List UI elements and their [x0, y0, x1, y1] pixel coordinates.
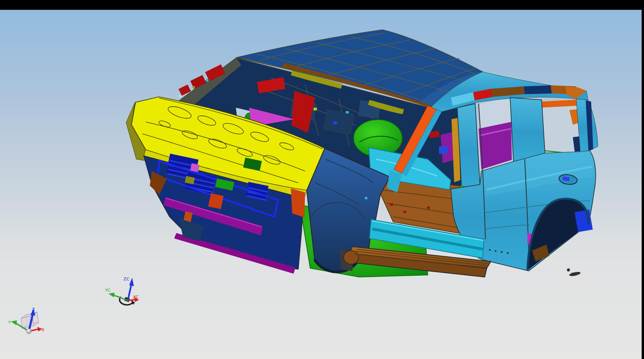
abs-z-label: Z: [32, 307, 35, 312]
top-black-bar: [0, 0, 644, 10]
abs-y-arrowhead: [11, 320, 17, 325]
orange-side-strip: [291, 188, 305, 217]
abs-x-label: X: [41, 327, 44, 332]
wcs-z-axis[interactable]: [128, 284, 132, 300]
loose-parts[interactable]: [567, 269, 581, 277]
cyan-clip: [346, 111, 349, 113]
abs-triad: Z Y X: [8, 307, 44, 334]
wcs-z-arrowhead: [129, 278, 134, 286]
graphics-viewport[interactable]: ZC YC XC Z: [0, 10, 642, 359]
cad-application-window: ZC YC XC Z: [0, 0, 644, 359]
wcs-y-arrowhead: [108, 293, 115, 297]
small-part-sliver[interactable]: [569, 271, 581, 277]
debris-red-speck: [571, 273, 572, 274]
right-black-bar[interactable]: [642, 0, 644, 359]
blue-clip: [333, 121, 337, 124]
small-part-dot[interactable]: [567, 269, 570, 272]
pillar-olive-clip: [193, 86, 195, 88]
floor-red-clip: [403, 211, 406, 213]
wcs-y-label: YC: [105, 288, 110, 293]
orange-bracket: [208, 193, 223, 209]
wcs-triad[interactable]: ZC YC XC: [105, 276, 139, 305]
wcs-z-label: ZC: [123, 276, 129, 281]
yellow-clip: [314, 108, 317, 110]
abs-y-label: Y: [8, 320, 11, 325]
floor-red-clip: [390, 203, 393, 206]
wcs-x-label: XC: [133, 294, 139, 299]
floor-red-clip: [427, 207, 430, 209]
inner-blue-part: [439, 146, 448, 154]
wcs-x-axis[interactable]: [128, 300, 135, 300]
fender-hole: [365, 197, 367, 199]
rail-navy-segment: [524, 85, 552, 94]
b-pillar[interactable]: [457, 104, 480, 190]
debris-red-speck: [577, 274, 578, 275]
running-board-end-cap: [344, 251, 359, 264]
model-canvas[interactable]: ZC YC XC Z: [0, 10, 642, 359]
abs-origin-sphere: [26, 329, 32, 334]
pillar-silver-clip: [179, 95, 181, 97]
pillar-cyan-clip: [206, 79, 208, 82]
c-pillar[interactable]: [510, 98, 545, 162]
